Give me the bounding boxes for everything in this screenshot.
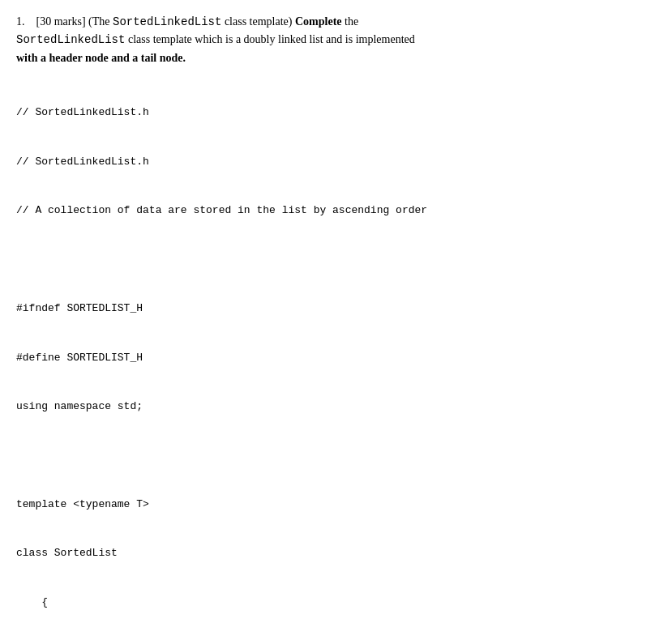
code-define: #define SORTEDLIST_H xyxy=(16,350,639,366)
code-using: using namespace std; xyxy=(16,399,639,415)
question-container: 1. [30 marks] (The SortedLinkedList clas… xyxy=(16,13,639,644)
code-open-brace: { xyxy=(16,595,639,611)
code-blank1 xyxy=(16,252,639,268)
class-name-inline: SortedLinkedList xyxy=(113,15,221,28)
question-marks: [30 marks] xyxy=(36,15,86,28)
code-comment3: // A collection of data are stored in th… xyxy=(16,203,639,219)
code-template: template <typename T> xyxy=(16,497,639,513)
code-class-decl: class SortedList xyxy=(16,545,639,561)
question-line2-rest: class template which is a doubly linked … xyxy=(128,33,415,45)
question-title-end: the xyxy=(342,15,359,28)
code-comment1: // SortedLinkedList.h xyxy=(16,104,639,121)
complete-label: Complete xyxy=(295,15,342,28)
question-number: 1. xyxy=(16,15,25,28)
class-name-inline2: SortedLinkedList xyxy=(16,33,125,46)
question-header: 1. [30 marks] (The SortedLinkedList clas… xyxy=(16,13,639,67)
code-block: // SortedLinkedList.h // SortedLinkedLis… xyxy=(16,72,639,644)
code-comment2: // SortedLinkedList.h xyxy=(16,154,639,170)
question-title-mid: class template) xyxy=(225,15,295,28)
question-paren-open: (The xyxy=(88,15,113,28)
question-line3: with a header node and a tail node. xyxy=(16,52,186,64)
code-ifndef: #ifndef SORTEDLIST_H xyxy=(16,301,639,317)
code-blank2 xyxy=(16,447,639,463)
